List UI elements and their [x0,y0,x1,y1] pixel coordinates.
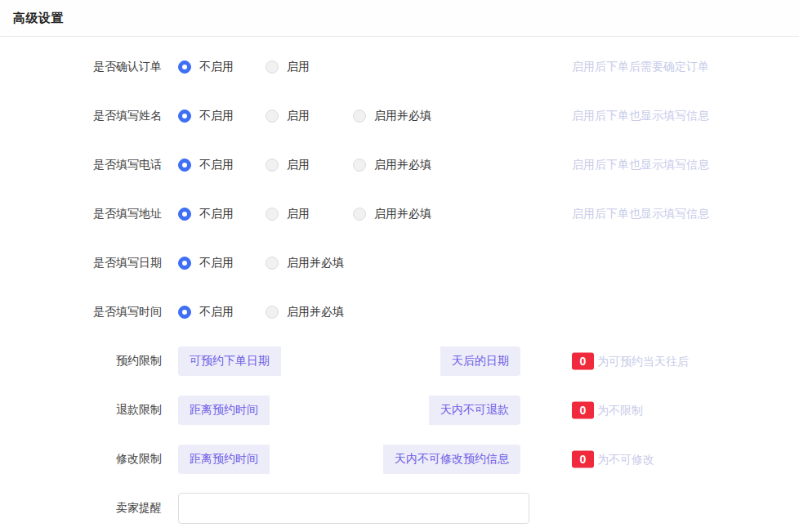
page-title: 高级设置 [13,11,786,26]
badge-note: 为可预约当天往后 [597,354,689,369]
radio-option-fill-name-2[interactable]: 启用并必填 [353,109,431,123]
radio-option-confirm-order-0[interactable]: 不启用 [178,60,266,74]
radio-option-label: 不启用 [199,158,234,172]
radio-selected-icon[interactable] [178,257,191,270]
radio-unselected-icon[interactable] [353,110,366,123]
radio-unselected-icon[interactable] [266,110,279,123]
input-suffix-label: 天内不可修改预约信息 [383,445,520,474]
radio-option-fill-name-0[interactable]: 不启用 [178,109,266,123]
settings-form: 是否确认订单不启用启用启用后下单后需要确定订单是否填写姓名不启用启用启用并必填启… [0,37,799,532]
radio-option-fill-address-0[interactable]: 不启用 [178,207,266,221]
radio-option-fill-phone-1[interactable]: 启用 [266,158,353,172]
radio-option-label: 启用并必填 [374,207,431,221]
radio-unselected-icon[interactable] [266,60,279,74]
row-content-confirm-order: 不启用启用 [178,60,310,74]
booking-limit-input-group: 可预约下单日期天后的日期 [178,346,520,376]
row-content-booking-limit: 可预约下单日期天后的日期 [178,346,520,376]
row-label-fill-phone: 是否填写电话 [0,158,162,172]
radio-selected-icon[interactable] [178,110,191,123]
row-label-fill-date: 是否填写日期 [0,256,162,270]
row-label-refund-limit: 退款限制 [0,403,162,418]
input-suffix-label: 天后的日期 [440,346,520,376]
row-refund-limit: 退款限制距离预约时间天内不可退款0为不限制 [0,386,799,435]
row-content-seller-reminder [178,493,529,524]
radio-selected-icon[interactable] [178,60,191,74]
row-note: 0为不限制 [572,402,643,419]
radio-option-label: 不启用 [199,109,234,123]
row-label-fill-name: 是否填写姓名 [0,109,162,123]
row-label-seller-reminder: 卖家提醒 [0,501,162,516]
radio-group-fill-phone: 不启用启用启用并必填 [178,158,431,172]
radio-option-label: 启用 [287,207,310,221]
radio-unselected-icon[interactable] [266,159,279,172]
radio-selected-icon[interactable] [178,208,191,221]
radio-option-label: 启用并必填 [287,305,344,320]
radio-option-label: 不启用 [199,305,234,320]
row-fill-time: 是否填写时间不启用启用并必填 [0,288,799,337]
booking-limit-input[interactable] [281,346,440,376]
modify-limit-input[interactable] [270,445,383,474]
radio-option-fill-date-1[interactable]: 启用并必填 [266,256,344,270]
row-content-fill-address: 不启用启用启用并必填 [178,207,431,221]
radio-option-label: 不启用 [199,207,234,221]
radio-option-fill-phone-0[interactable]: 不启用 [178,158,266,172]
row-hint: 启用后下单后需要确定订单 [572,60,709,74]
radio-option-fill-time-0[interactable]: 不启用 [178,305,266,320]
row-label-confirm-order: 是否确认订单 [0,60,162,74]
row-content-modify-limit: 距离预约时间天内不可修改预约信息 [178,445,520,474]
radio-option-fill-address-1[interactable]: 启用 [266,207,353,221]
radio-option-label: 启用 [287,109,310,123]
row-note: 0为不可修改 [572,451,654,468]
row-hint: 启用后下单也显示填写信息 [572,158,709,172]
row-label-fill-time: 是否填写时间 [0,305,162,320]
radio-option-fill-phone-2[interactable]: 启用并必填 [353,158,431,172]
radio-option-label: 不启用 [199,60,234,74]
radio-option-label: 启用并必填 [374,158,431,172]
radio-group-fill-time: 不启用启用并必填 [178,305,344,320]
radio-unselected-icon[interactable] [266,257,279,270]
radio-selected-icon[interactable] [178,306,191,319]
row-hint: 启用后下单也显示填写信息 [572,207,709,221]
row-label-fill-address: 是否填写地址 [0,207,162,221]
radio-unselected-icon[interactable] [266,208,279,221]
radio-option-fill-time-1[interactable]: 启用并必填 [266,305,344,320]
row-hint: 启用后下单也显示填写信息 [572,109,709,123]
radio-option-label: 启用 [287,158,310,172]
page-header: 高级设置 [0,0,799,37]
row-modify-limit: 修改限制距离预约时间天内不可修改预约信息0为不可修改 [0,435,799,484]
row-content-fill-date: 不启用启用并必填 [178,256,344,270]
row-fill-phone: 是否填写电话不启用启用启用并必填启用后下单也显示填写信息 [0,141,799,190]
row-booking-limit: 预约限制可预约下单日期天后的日期0为可预约当天往后 [0,337,799,386]
input-suffix-label: 天内不可退款 [429,396,520,425]
row-fill-name: 是否填写姓名不启用启用启用并必填启用后下单也显示填写信息 [0,92,799,141]
radio-group-fill-name: 不启用启用启用并必填 [178,109,431,123]
radio-unselected-icon[interactable] [353,208,366,221]
input-prefix-label: 距离预约时间 [178,396,270,425]
radio-unselected-icon[interactable] [353,159,366,172]
zero-badge: 0 [572,353,594,370]
radio-option-fill-address-2[interactable]: 启用并必填 [353,207,431,221]
row-note: 0为可预约当天往后 [572,353,689,370]
radio-option-fill-date-0[interactable]: 不启用 [178,256,266,270]
refund-limit-input[interactable] [270,396,429,425]
row-content-fill-phone: 不启用启用启用并必填 [178,158,431,172]
radio-option-label: 启用并必填 [374,109,431,123]
radio-group-fill-address: 不启用启用启用并必填 [178,207,431,221]
radio-option-fill-name-1[interactable]: 启用 [266,109,353,123]
zero-badge: 0 [572,451,594,468]
advanced-settings-page: 高级设置 是否确认订单不启用启用启用后下单后需要确定订单是否填写姓名不启用启用启… [0,0,799,532]
row-confirm-order: 是否确认订单不启用启用启用后下单后需要确定订单 [0,42,799,92]
row-content-fill-name: 不启用启用启用并必填 [178,109,431,123]
badge-note: 为不可修改 [597,452,654,467]
row-seller-reminder: 卖家提醒 [0,484,799,532]
seller-reminder-input[interactable] [178,493,529,524]
radio-option-label: 不启用 [199,256,234,270]
radio-selected-icon[interactable] [178,159,191,172]
zero-badge: 0 [572,402,594,419]
radio-option-confirm-order-1[interactable]: 启用 [266,60,310,74]
row-label-modify-limit: 修改限制 [0,452,162,467]
input-prefix-label: 距离预约时间 [178,445,270,474]
row-content-fill-time: 不启用启用并必填 [178,305,344,320]
radio-unselected-icon[interactable] [266,306,279,319]
radio-option-label: 启用 [287,60,310,74]
